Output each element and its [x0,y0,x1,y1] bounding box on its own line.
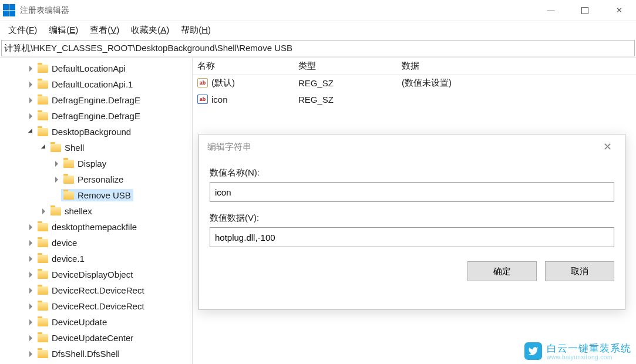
tree-item[interactable]: DfsShell.DfsShell [0,346,192,362]
folder-icon [51,207,61,215]
tree-item[interactable]: DefaultLocationApi.1 [0,76,192,92]
menu-help[interactable]: 帮助(H) [175,22,217,38]
maximize-button[interactable] [568,0,602,21]
folder-icon [38,223,48,231]
tree-item-label: Personalize [78,174,123,184]
tree-item[interactable]: device.1 [0,251,192,267]
tree-item-label: DeviceRect.DeviceRect [52,285,144,295]
tree-item[interactable]: Display [0,156,192,171]
col-name[interactable]: 名称 [193,60,294,72]
tree-item-label: DefragEngine.DefragE [52,111,140,121]
chevron-right-icon[interactable] [26,240,35,246]
chevron-right-icon[interactable] [52,161,61,167]
menu-bar: 文件(F) 编辑(E) 查看(V) 收藏夹(A) 帮助(H) [0,21,636,39]
ok-button[interactable]: 确定 [467,261,537,281]
chevron-right-icon[interactable] [26,319,35,325]
tree-item-label: DesktopBackground [52,127,131,137]
value-name-input[interactable] [210,182,614,202]
value-row[interactable]: (默认)REG_SZ(数值未设置) [193,75,636,91]
folder-icon [38,65,48,73]
value-data-input[interactable] [210,227,614,247]
chevron-right-icon[interactable] [26,304,35,309]
chevron-right-icon[interactable] [26,113,35,119]
tree-item[interactable]: DefragEngine.DefragE [0,108,192,124]
edit-string-dialog: 编辑字符串 ✕ 数值名称(N): 数值数据(V): 确定 取消 [198,134,625,310]
folder-icon [38,255,48,263]
tree-item-label: shellex [65,206,92,216]
chevron-right-icon[interactable] [26,66,35,72]
tree-item[interactable]: Personalize [0,171,192,187]
chevron-right-icon[interactable] [26,335,35,341]
close-button[interactable]: ✕ [602,0,636,21]
chevron-right-icon[interactable] [26,351,35,357]
folder-icon [63,176,74,184]
tree-item-label: DeviceUpdateCenter [52,333,133,343]
address-bar[interactable]: 计算机\HKEY_CLASSES_ROOT\DesktopBackground\… [1,40,635,56]
menu-view[interactable]: 查看(V) [84,22,125,38]
dialog-title: 编辑字符串 [207,141,251,153]
tree-item-label: DfsShell.DfsShell [52,349,120,359]
tree-item[interactable]: desktopthemepackfile [0,219,192,235]
menu-favorites[interactable]: 收藏夹(A) [125,22,175,38]
cancel-button[interactable]: 取消 [545,261,614,281]
tree-item[interactable]: Shell [0,140,192,156]
col-type[interactable]: 类型 [294,60,397,72]
tree-item[interactable]: Remove USB [0,187,192,203]
watermark: 白云一键重装系统 www.baiyunxitong.com [524,342,631,360]
tree-pane[interactable]: DefaultLocationApiDefaultLocationApi.1De… [0,58,193,364]
chevron-right-icon[interactable] [26,97,35,103]
value-name: (默认) [211,77,235,89]
tree-item-label: DeviceUpdate [52,317,107,327]
tree-item-label: Display [78,159,106,168]
watermark-logo-icon [524,342,542,360]
tree-item-label: DeviceDisplayObject [52,269,133,279]
tree-item[interactable]: DeviceUpdateCenter [0,330,192,346]
value-row[interactable]: iconREG_SZ [193,91,636,107]
folder-icon [63,160,74,168]
folder-icon [38,287,48,295]
chevron-down-icon[interactable] [26,129,35,135]
tree-item-label: DefaultLocationApi.1 [52,79,133,89]
title-bar: 注册表编辑器 — ✕ [0,0,636,21]
watermark-text: 白云一键重装系统 [547,343,631,354]
minimize-button[interactable]: — [534,0,568,21]
tree-item[interactable]: device [0,235,192,251]
tree-item[interactable]: DeviceUpdate [0,314,192,330]
address-text: 计算机\HKEY_CLASSES_ROOT\DesktopBackground\… [4,43,292,54]
folder-icon [38,96,48,105]
tree-item[interactable]: DesktopBackground [0,124,192,140]
list-header: 名称 类型 数据 [193,58,636,75]
tree-item[interactable]: DeviceRect.DeviceRect [0,298,192,314]
chevron-right-icon[interactable] [26,272,35,278]
tree-item[interactable]: DefaultLocationApi [0,60,192,76]
tree-item-label: Remove USB [78,190,131,200]
string-value-icon [197,95,208,104]
chevron-right-icon[interactable] [26,256,35,262]
tree-item[interactable]: DeviceRect.DeviceRect [0,282,192,298]
tree-item[interactable]: shellex [0,203,192,219]
chevron-right-icon[interactable] [52,177,61,183]
menu-file[interactable]: 文件(F) [2,22,43,38]
chevron-down-icon[interactable] [39,145,48,151]
value-type: REG_SZ [294,78,397,88]
chevron-right-icon[interactable] [26,82,35,87]
chevron-right-icon[interactable] [26,224,35,230]
tree-item[interactable]: DeviceDisplayObject [0,267,192,282]
chevron-right-icon[interactable] [39,208,48,214]
watermark-url: www.baiyunxitong.com [547,354,631,360]
col-data[interactable]: 数据 [397,60,636,72]
value-name: icon [211,95,228,105]
tree-item-label: desktopthemepackfile [52,222,137,232]
folder-icon [38,80,48,89]
tree-item[interactable]: DfsShell.DfsShell.1 [0,362,192,364]
tree-item[interactable]: DefragEngine.DefragE [0,92,192,108]
value-type: REG_SZ [294,95,397,105]
folder-icon [38,334,48,342]
folder-icon [38,239,48,247]
string-value-icon [197,78,208,87]
folder-icon [38,350,48,358]
folder-icon [38,318,48,326]
menu-edit[interactable]: 编辑(E) [43,22,84,38]
chevron-right-icon[interactable] [26,288,35,294]
dialog-close-button[interactable]: ✕ [598,138,617,156]
